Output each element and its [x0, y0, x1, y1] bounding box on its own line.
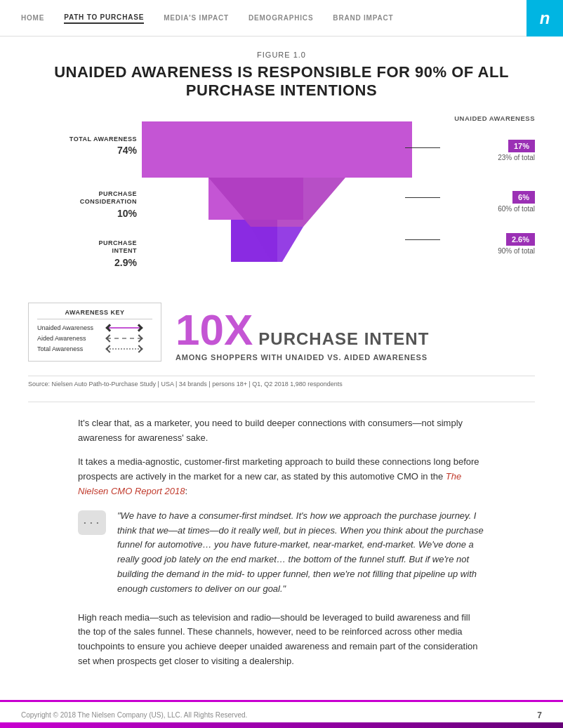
legend-aided-label: Aided Awareness	[37, 335, 104, 342]
unaided-awareness-label: UNAIDED AWARENESS	[444, 114, 535, 122]
row1-badge-group: 17% 23% of total	[447, 139, 535, 161]
body-para-3: High reach media—such as television and …	[78, 611, 485, 669]
chart-headline: UNAIDED AWARENESS IS RESPONSIBLE FOR 90%…	[28, 63, 535, 100]
nav-medias-impact[interactable]: MEDIA'S IMPACT	[164, 13, 229, 23]
row1-connector	[405, 147, 440, 148]
figure-label: FIGURE 1.0	[28, 51, 535, 59]
cmo-report-link[interactable]: The Nielsen CMO Report 2018	[78, 471, 461, 496]
chart-container: TOTAL AWARENESS 74% PURCHASECONSIDERATIO…	[28, 114, 535, 297]
quote-block: "We have to have a consumer-first mindse…	[78, 509, 485, 597]
nav-demographics[interactable]: DEMOGRAPHICS	[249, 13, 313, 23]
row2-connector	[405, 197, 440, 198]
legend-item-unaided: Unaided Awareness	[37, 324, 152, 332]
nav-brand-impact[interactable]: BRAND IMPACT	[333, 13, 393, 23]
row2-badge-group: 6% 60% of total	[447, 190, 535, 213]
quote-text: "We have to have a consumer-first mindse…	[117, 509, 485, 597]
row2-badge: 6%	[512, 191, 535, 204]
legend-box: AWARENESS KEY Unaided Awareness Aided Aw…	[28, 303, 161, 362]
row3-badge-group: 2.6% 90% of total	[447, 232, 535, 255]
row1-badge-sub: 23% of total	[447, 154, 535, 161]
big-stat-row: 10X PURCHASE INTENT	[175, 308, 535, 352]
row2-bar	[208, 178, 303, 220]
legend-unaided-label: Unaided Awareness	[37, 324, 104, 331]
legend-title: AWARENESS KEY	[37, 309, 152, 319]
body-para-1: It's clear that, as a marketer, you need…	[78, 416, 485, 446]
big-stat: 10X PURCHASE INTENT AMONG SHOPPERS WITH …	[175, 303, 535, 362]
row3-badge-sub: 90% of total	[447, 247, 535, 255]
big-stat-sublabel: AMONG SHOPPERS WITH UNAIDED VS. AIDED AW…	[175, 353, 535, 362]
big-stat-number: 10X	[175, 308, 253, 352]
row3-connector	[405, 239, 440, 240]
content-divider	[28, 402, 535, 402]
row2-badge-sub: 60% of total	[447, 205, 535, 213]
legend-item-aided: Aided Awareness	[37, 334, 152, 343]
body-para-2: It takes a media-agnostic, customer-firs…	[78, 455, 485, 498]
source-line: Source: Nielsen Auto Path-to-Purchase St…	[28, 376, 535, 388]
legend-total-label: Total Awareness	[37, 345, 104, 352]
nav-home[interactable]: HOME	[21, 13, 44, 23]
bottom-decorative-strip	[0, 722, 563, 728]
nav-path-to-purchase[interactable]: PATH TO PURCHASE	[64, 12, 144, 24]
row3-badge: 2.6%	[506, 233, 535, 246]
footer-page-number: 7	[537, 710, 542, 720]
legend-item-total: Total Awareness	[37, 345, 152, 353]
row3-bar	[231, 220, 277, 262]
quote-bubble-icon	[78, 510, 106, 535]
row1-bar	[142, 121, 412, 178]
nav-bar: HOME PATH TO PURCHASE MEDIA'S IMPACT DEM…	[0, 0, 563, 37]
bottom-row: AWARENESS KEY Unaided Awareness Aided Aw…	[28, 303, 535, 369]
big-stat-label: PURCHASE INTENT	[258, 329, 429, 349]
row1-label: TOTAL AWARENESS 74%	[28, 135, 137, 157]
row1-badge: 17%	[508, 140, 535, 152]
row3-label: PURCHASEINTENT 2.9%	[28, 239, 137, 268]
footer-copyright: Copyright © 2018 The Nielsen Company (US…	[21, 711, 247, 719]
nielsen-logo-icon: n	[526, 0, 563, 37]
page: HOME PATH TO PURCHASE MEDIA'S IMPACT DEM…	[0, 0, 563, 728]
row2-label: PURCHASECONSIDERATION 10%	[28, 190, 137, 219]
main-content: FIGURE 1.0 UNAIDED AWARENESS IS RESPONSI…	[0, 37, 563, 700]
